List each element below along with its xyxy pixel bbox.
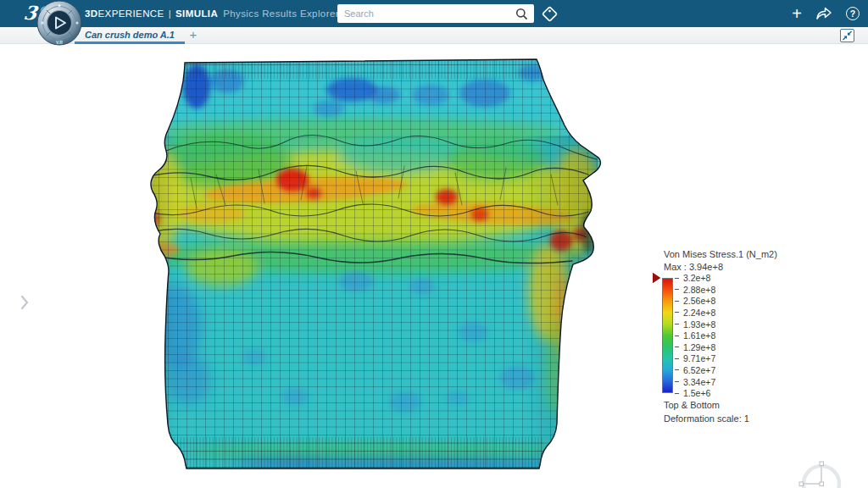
brand-3d: 3D [85, 8, 98, 19]
3dexperience-compass[interactable]: V.R [36, 0, 83, 51]
tick-mark [675, 381, 679, 382]
brand-experience: EXPERIENCE [98, 8, 164, 19]
help-icon[interactable]: ? [846, 7, 860, 20]
results-3d-viewport[interactable]: Von Mises Stress.1 (N_m2) Max : 3.94e+8 … [0, 44, 868, 488]
tick-mark [675, 369, 679, 370]
title-separator: | [169, 8, 171, 19]
stress-legend: Von Mises Stress.1 (N_m2) Max : 3.94e+8 … [653, 246, 835, 428]
tick-mark [675, 278, 679, 279]
legend-section-label: Top & Bottom [664, 400, 720, 410]
legend-max-value: Max : 3.94e+8 [664, 262, 723, 272]
legend-title: Von Mises Stress.1 (N_m2) [664, 249, 777, 259]
legend-tick: 2.24e+8 [675, 307, 715, 319]
search-bar [337, 4, 534, 23]
new-tab-button[interactable]: + [185, 27, 202, 44]
tab-label: Can crush demo A.1 [85, 30, 175, 40]
legend-tick: 1.93e+8 [675, 319, 715, 330]
expand-left-panel-icon[interactable] [20, 295, 29, 313]
tab-bar: Can crush demo A.1 + [0, 27, 868, 44]
tag-icon[interactable] [541, 5, 559, 23]
app-subtitle: Physics Results Explorer [223, 8, 339, 19]
collapse-panel-icon[interactable] [840, 29, 854, 42]
legend-tick: 1.61e+8 [675, 330, 715, 341]
legend-tick: 3.34e+7 [675, 376, 715, 388]
legend-tick: 2.88e+8 [675, 284, 715, 296]
top-app-bar: 3S 3DEXPERIENCE | SIMULIA Physics Result… [0, 0, 868, 27]
tick-mark [675, 347, 679, 347]
legend-tick: 1.5e+6 [675, 387, 715, 399]
product-name: SIMULIA [175, 8, 218, 19]
tick-mark [675, 289, 679, 290]
legend-tick: 1.29e+8 [675, 341, 715, 353]
tick-mark [675, 301, 679, 302]
active-tab-underline [75, 42, 185, 44]
tick-mark [675, 393, 679, 394]
search-input[interactable] [337, 8, 515, 19]
legend-max-marker-icon [653, 273, 660, 283]
legend-tick: 3.2e+8 [675, 272, 715, 284]
legend-deformation-scale: Deformation scale: 1 [664, 413, 749, 424]
tick-mark [675, 324, 679, 324]
tab-can-crush-demo[interactable]: Can crush demo A.1 [75, 27, 185, 44]
legend-tick: 6.52e+7 [675, 364, 715, 376]
legend-tick: 2.56e+8 [675, 296, 715, 308]
search-icon[interactable] [515, 8, 528, 20]
legend-tick-list: 3.2e+8 2.88e+8 2.56e+8 2.24e+8 1.93e+8 1… [675, 272, 715, 399]
view-axis-gizmo[interactable] [793, 454, 853, 488]
share-icon[interactable] [815, 7, 832, 20]
header-actions: + ? [792, 0, 860, 27]
svg-text:V.R: V.R [56, 40, 63, 45]
legend-tick: 9.71e+7 [675, 353, 715, 365]
tick-mark [675, 336, 679, 336]
legend-colorbar [662, 278, 673, 393]
tick-mark [675, 312, 679, 313]
add-content-button[interactable]: + [792, 5, 802, 22]
app-title: 3DEXPERIENCE | SIMULIA Physics Results E… [85, 0, 339, 27]
tick-mark [675, 358, 679, 359]
